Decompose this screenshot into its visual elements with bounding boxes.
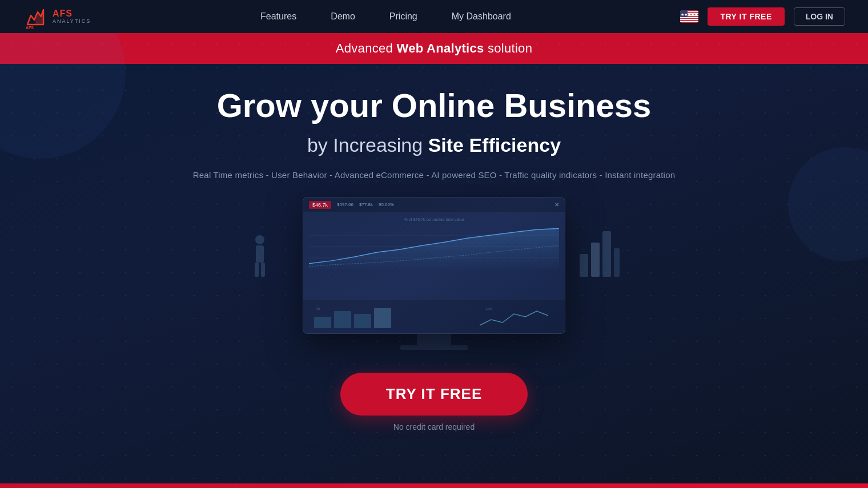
dash-chart-area: % of $46.7k connected total value: [303, 213, 565, 281]
logo-name: AFS: [53, 9, 91, 19]
navbar-right: ★★★★★★ TRY IT FREE LOG IN: [680, 7, 845, 26]
svg-rect-17: [580, 254, 588, 277]
svg-rect-26: [354, 314, 371, 328]
svg-rect-25: [334, 311, 351, 328]
chart-label: % of $46.7k connected total value: [309, 217, 559, 221]
flag-icon: ★★★★★★: [680, 10, 698, 23]
hero-features-text: Real Time metrics - User Behavior - Adva…: [193, 170, 675, 180]
svg-text:AFS: AFS: [26, 26, 34, 29]
dash-close-icon: ✕: [554, 201, 559, 208]
hero-content: Grow your Online Business by Increasing …: [182, 64, 686, 431]
svg-rect-24: [314, 317, 331, 328]
chart-svg: [309, 224, 559, 269]
dash-metric-1: $46.7k: [309, 201, 331, 209]
cta-note: No credit card required: [393, 422, 475, 431]
svg-rect-10: [680, 21, 698, 22]
cta-section: TRY IT FREE No credit card required: [340, 373, 528, 431]
deco-shape-2: [788, 147, 868, 261]
dash-metric-3: $77.8k: [359, 202, 373, 207]
nav-links: Features Demo Pricing My Dashboard: [260, 11, 511, 22]
svg-point-13: [255, 235, 264, 244]
dashboard-mockup: $46.7k $597.66 $77.8k 95.06% ✕ % of $46.…: [286, 197, 582, 350]
hero-title: Grow your Online Business: [217, 87, 652, 125]
svg-rect-19: [602, 231, 611, 277]
hero-subtitle: by Increasing Site Efficiency: [307, 134, 561, 156]
svg-text:★★★★★★: ★★★★★★: [681, 13, 698, 17]
nav-demo[interactable]: Demo: [331, 11, 355, 21]
svg-text:700: 700: [315, 307, 320, 310]
svg-rect-8: [680, 17, 698, 18]
hero-badge: Advanced Web Analytics solution: [0, 33, 868, 64]
nav-features[interactable]: Features: [260, 11, 296, 21]
dashboard-screen: $46.7k $597.66 $77.8k 95.06% ✕ % of $46.…: [303, 197, 565, 334]
svg-rect-9: [680, 19, 698, 20]
dash-metric-4: 95.06%: [379, 202, 394, 207]
deco-people-left: [251, 231, 286, 288]
logo-icon: AFS: [23, 4, 48, 29]
svg-rect-27: [374, 308, 391, 328]
svg-rect-20: [614, 248, 620, 277]
logo-link[interactable]: AFS AFS ANALYTICS: [23, 4, 91, 29]
dash-metric-2: $597.66: [337, 202, 353, 207]
dash-bottom-bar: 700 1.2%: [303, 299, 565, 333]
deco-chart-right: [577, 220, 622, 288]
nav-dashboard[interactable]: My Dashboard: [452, 11, 511, 21]
monitor-base: [400, 345, 468, 350]
monitor-stand: [417, 334, 451, 345]
svg-rect-16: [261, 263, 265, 277]
logo-tagline: ANALYTICS: [53, 19, 91, 25]
svg-rect-15: [255, 263, 259, 277]
navbar: AFS AFS ANALYTICS Features Demo Pricing …: [0, 0, 868, 33]
svg-rect-14: [256, 245, 264, 263]
deco-shape-1: [0, 33, 126, 159]
bottom-accent-bar: [0, 483, 868, 488]
svg-rect-18: [591, 243, 600, 277]
svg-text:1.2%: 1.2%: [485, 307, 492, 310]
try-free-cta-button[interactable]: TRY IT FREE: [340, 373, 528, 416]
try-free-nav-button[interactable]: TRY IT FREE: [708, 7, 784, 26]
login-button[interactable]: LOG IN: [794, 7, 845, 26]
hero-section: Advanced Web Analytics solution Grow you…: [0, 33, 868, 488]
nav-pricing[interactable]: Pricing: [389, 11, 417, 21]
